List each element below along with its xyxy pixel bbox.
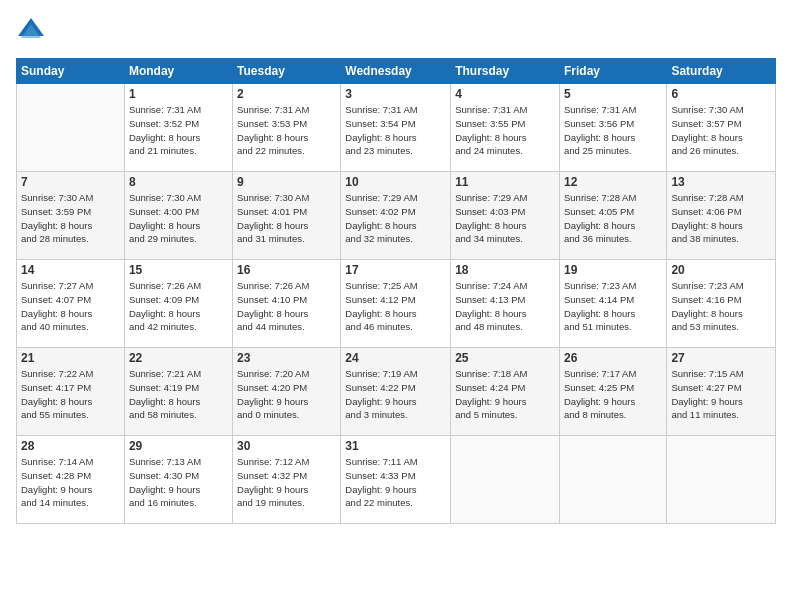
day-cell: 27Sunrise: 7:15 AM Sunset: 4:27 PM Dayli… — [667, 348, 776, 436]
day-number: 24 — [345, 351, 446, 365]
day-cell: 22Sunrise: 7:21 AM Sunset: 4:19 PM Dayli… — [124, 348, 232, 436]
day-info: Sunrise: 7:31 AM Sunset: 3:55 PM Dayligh… — [455, 103, 555, 158]
day-number: 19 — [564, 263, 662, 277]
week-row-2: 14Sunrise: 7:27 AM Sunset: 4:07 PM Dayli… — [17, 260, 776, 348]
day-info: Sunrise: 7:25 AM Sunset: 4:12 PM Dayligh… — [345, 279, 446, 334]
day-info: Sunrise: 7:30 AM Sunset: 3:57 PM Dayligh… — [671, 103, 771, 158]
day-cell: 4Sunrise: 7:31 AM Sunset: 3:55 PM Daylig… — [451, 84, 560, 172]
day-number: 20 — [671, 263, 771, 277]
day-cell: 9Sunrise: 7:30 AM Sunset: 4:01 PM Daylig… — [233, 172, 341, 260]
week-row-3: 21Sunrise: 7:22 AM Sunset: 4:17 PM Dayli… — [17, 348, 776, 436]
day-info: Sunrise: 7:14 AM Sunset: 4:28 PM Dayligh… — [21, 455, 120, 510]
day-cell: 29Sunrise: 7:13 AM Sunset: 4:30 PM Dayli… — [124, 436, 232, 524]
day-info: Sunrise: 7:31 AM Sunset: 3:54 PM Dayligh… — [345, 103, 446, 158]
day-cell: 1Sunrise: 7:31 AM Sunset: 3:52 PM Daylig… — [124, 84, 232, 172]
header-cell-wednesday: Wednesday — [341, 59, 451, 84]
day-info: Sunrise: 7:30 AM Sunset: 4:00 PM Dayligh… — [129, 191, 228, 246]
day-cell: 5Sunrise: 7:31 AM Sunset: 3:56 PM Daylig… — [559, 84, 666, 172]
day-info: Sunrise: 7:20 AM Sunset: 4:20 PM Dayligh… — [237, 367, 336, 422]
day-info: Sunrise: 7:13 AM Sunset: 4:30 PM Dayligh… — [129, 455, 228, 510]
day-number: 2 — [237, 87, 336, 101]
logo-icon — [16, 16, 46, 46]
day-cell — [451, 436, 560, 524]
week-row-1: 7Sunrise: 7:30 AM Sunset: 3:59 PM Daylig… — [17, 172, 776, 260]
header — [16, 16, 776, 46]
day-info: Sunrise: 7:24 AM Sunset: 4:13 PM Dayligh… — [455, 279, 555, 334]
day-info: Sunrise: 7:12 AM Sunset: 4:32 PM Dayligh… — [237, 455, 336, 510]
day-info: Sunrise: 7:19 AM Sunset: 4:22 PM Dayligh… — [345, 367, 446, 422]
day-cell: 30Sunrise: 7:12 AM Sunset: 4:32 PM Dayli… — [233, 436, 341, 524]
day-info: Sunrise: 7:11 AM Sunset: 4:33 PM Dayligh… — [345, 455, 446, 510]
day-cell — [667, 436, 776, 524]
day-info: Sunrise: 7:27 AM Sunset: 4:07 PM Dayligh… — [21, 279, 120, 334]
day-info: Sunrise: 7:31 AM Sunset: 3:53 PM Dayligh… — [237, 103, 336, 158]
week-row-4: 28Sunrise: 7:14 AM Sunset: 4:28 PM Dayli… — [17, 436, 776, 524]
day-number: 9 — [237, 175, 336, 189]
header-row: SundayMondayTuesdayWednesdayThursdayFrid… — [17, 59, 776, 84]
day-cell: 8Sunrise: 7:30 AM Sunset: 4:00 PM Daylig… — [124, 172, 232, 260]
day-cell — [559, 436, 666, 524]
day-cell: 3Sunrise: 7:31 AM Sunset: 3:54 PM Daylig… — [341, 84, 451, 172]
day-cell: 21Sunrise: 7:22 AM Sunset: 4:17 PM Dayli… — [17, 348, 125, 436]
day-cell: 12Sunrise: 7:28 AM Sunset: 4:05 PM Dayli… — [559, 172, 666, 260]
day-info: Sunrise: 7:30 AM Sunset: 4:01 PM Dayligh… — [237, 191, 336, 246]
header-cell-thursday: Thursday — [451, 59, 560, 84]
day-info: Sunrise: 7:31 AM Sunset: 3:56 PM Dayligh… — [564, 103, 662, 158]
header-cell-friday: Friday — [559, 59, 666, 84]
day-info: Sunrise: 7:22 AM Sunset: 4:17 PM Dayligh… — [21, 367, 120, 422]
header-cell-saturday: Saturday — [667, 59, 776, 84]
day-cell: 18Sunrise: 7:24 AM Sunset: 4:13 PM Dayli… — [451, 260, 560, 348]
day-number: 23 — [237, 351, 336, 365]
day-cell: 31Sunrise: 7:11 AM Sunset: 4:33 PM Dayli… — [341, 436, 451, 524]
day-info: Sunrise: 7:26 AM Sunset: 4:10 PM Dayligh… — [237, 279, 336, 334]
day-number: 4 — [455, 87, 555, 101]
day-number: 7 — [21, 175, 120, 189]
day-number: 22 — [129, 351, 228, 365]
day-number: 5 — [564, 87, 662, 101]
day-number: 28 — [21, 439, 120, 453]
day-cell: 23Sunrise: 7:20 AM Sunset: 4:20 PM Dayli… — [233, 348, 341, 436]
day-info: Sunrise: 7:26 AM Sunset: 4:09 PM Dayligh… — [129, 279, 228, 334]
day-number: 26 — [564, 351, 662, 365]
day-cell: 6Sunrise: 7:30 AM Sunset: 3:57 PM Daylig… — [667, 84, 776, 172]
day-cell: 16Sunrise: 7:26 AM Sunset: 4:10 PM Dayli… — [233, 260, 341, 348]
day-info: Sunrise: 7:28 AM Sunset: 4:05 PM Dayligh… — [564, 191, 662, 246]
day-cell: 26Sunrise: 7:17 AM Sunset: 4:25 PM Dayli… — [559, 348, 666, 436]
day-info: Sunrise: 7:29 AM Sunset: 4:02 PM Dayligh… — [345, 191, 446, 246]
header-cell-sunday: Sunday — [17, 59, 125, 84]
day-number: 27 — [671, 351, 771, 365]
header-cell-monday: Monday — [124, 59, 232, 84]
day-cell: 14Sunrise: 7:27 AM Sunset: 4:07 PM Dayli… — [17, 260, 125, 348]
day-info: Sunrise: 7:15 AM Sunset: 4:27 PM Dayligh… — [671, 367, 771, 422]
day-cell: 28Sunrise: 7:14 AM Sunset: 4:28 PM Dayli… — [17, 436, 125, 524]
day-number: 8 — [129, 175, 228, 189]
day-cell: 19Sunrise: 7:23 AM Sunset: 4:14 PM Dayli… — [559, 260, 666, 348]
day-info: Sunrise: 7:21 AM Sunset: 4:19 PM Dayligh… — [129, 367, 228, 422]
day-number: 1 — [129, 87, 228, 101]
day-number: 10 — [345, 175, 446, 189]
day-cell: 10Sunrise: 7:29 AM Sunset: 4:02 PM Dayli… — [341, 172, 451, 260]
day-cell: 24Sunrise: 7:19 AM Sunset: 4:22 PM Dayli… — [341, 348, 451, 436]
day-number: 30 — [237, 439, 336, 453]
day-number: 15 — [129, 263, 228, 277]
day-cell: 17Sunrise: 7:25 AM Sunset: 4:12 PM Dayli… — [341, 260, 451, 348]
week-row-0: 1Sunrise: 7:31 AM Sunset: 3:52 PM Daylig… — [17, 84, 776, 172]
header-cell-tuesday: Tuesday — [233, 59, 341, 84]
day-number: 16 — [237, 263, 336, 277]
day-number: 25 — [455, 351, 555, 365]
day-number: 17 — [345, 263, 446, 277]
day-cell: 15Sunrise: 7:26 AM Sunset: 4:09 PM Dayli… — [124, 260, 232, 348]
day-info: Sunrise: 7:29 AM Sunset: 4:03 PM Dayligh… — [455, 191, 555, 246]
logo — [16, 16, 50, 46]
day-number: 13 — [671, 175, 771, 189]
page: SundayMondayTuesdayWednesdayThursdayFrid… — [0, 0, 792, 612]
calendar-header: SundayMondayTuesdayWednesdayThursdayFrid… — [17, 59, 776, 84]
calendar: SundayMondayTuesdayWednesdayThursdayFrid… — [16, 58, 776, 524]
day-cell: 11Sunrise: 7:29 AM Sunset: 4:03 PM Dayli… — [451, 172, 560, 260]
day-cell: 20Sunrise: 7:23 AM Sunset: 4:16 PM Dayli… — [667, 260, 776, 348]
day-info: Sunrise: 7:17 AM Sunset: 4:25 PM Dayligh… — [564, 367, 662, 422]
day-number: 6 — [671, 87, 771, 101]
calendar-body: 1Sunrise: 7:31 AM Sunset: 3:52 PM Daylig… — [17, 84, 776, 524]
day-number: 11 — [455, 175, 555, 189]
day-cell: 2Sunrise: 7:31 AM Sunset: 3:53 PM Daylig… — [233, 84, 341, 172]
